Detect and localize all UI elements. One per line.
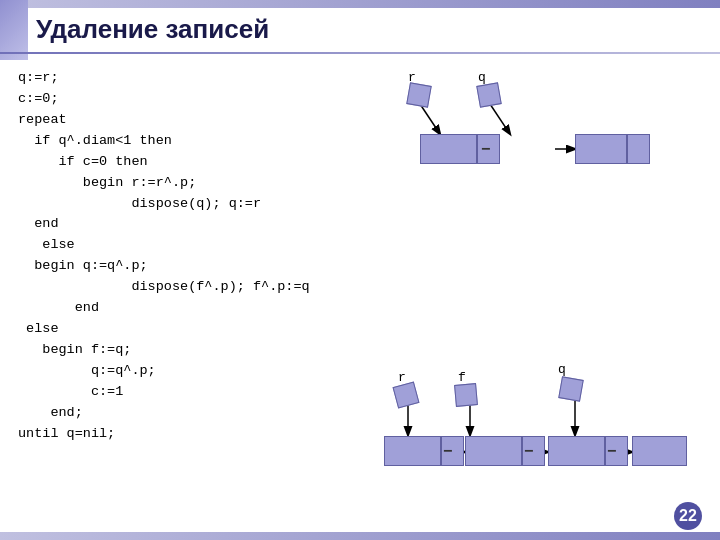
diagram1: r q −: [380, 62, 660, 182]
diag1-ptr-q: [476, 82, 501, 107]
diag1-node2-divider: [626, 135, 628, 163]
code-block: q:=r; c:=0; repeat if q^.diam<1 then if …: [18, 68, 310, 445]
diag1-node1: −: [420, 134, 500, 164]
diag2-node3: −: [548, 436, 628, 466]
diag2-label-f: f: [458, 370, 466, 385]
diag1-node2: [575, 134, 650, 164]
diag2-node1-divider: [440, 437, 442, 465]
diag2-ptr-f: [454, 383, 478, 407]
diag1-ptr-r: [406, 82, 431, 107]
diag1-node1-minus: −: [481, 140, 490, 158]
diag2-label-q: q: [558, 362, 566, 377]
diag2-node1: −: [384, 436, 464, 466]
diag2-node2-minus: −: [524, 442, 533, 460]
diag2-node3-minus: −: [607, 442, 616, 460]
bottom-decorative-bar: [0, 532, 720, 540]
diag1-label-q: q: [478, 70, 486, 85]
svg-line-0: [420, 104, 440, 134]
diag2-node4: [632, 436, 687, 466]
diagram2: r f q − − −: [380, 360, 690, 505]
top-decorative-bar: [0, 0, 720, 8]
diag2-ptr-r: [393, 382, 420, 409]
diag1-node1-divider: [476, 135, 478, 163]
diag2-node1-minus: −: [443, 442, 452, 460]
diag2-node2: −: [465, 436, 545, 466]
slide-title: Удаление записей: [36, 14, 269, 45]
diag2-ptr-q: [558, 376, 583, 401]
side-decorative-element: [0, 0, 28, 60]
page-number: 22: [674, 502, 702, 530]
diag2-node2-divider: [521, 437, 523, 465]
diag2-node3-divider: [604, 437, 606, 465]
svg-line-1: [490, 104, 510, 134]
title-rule: [0, 52, 720, 54]
